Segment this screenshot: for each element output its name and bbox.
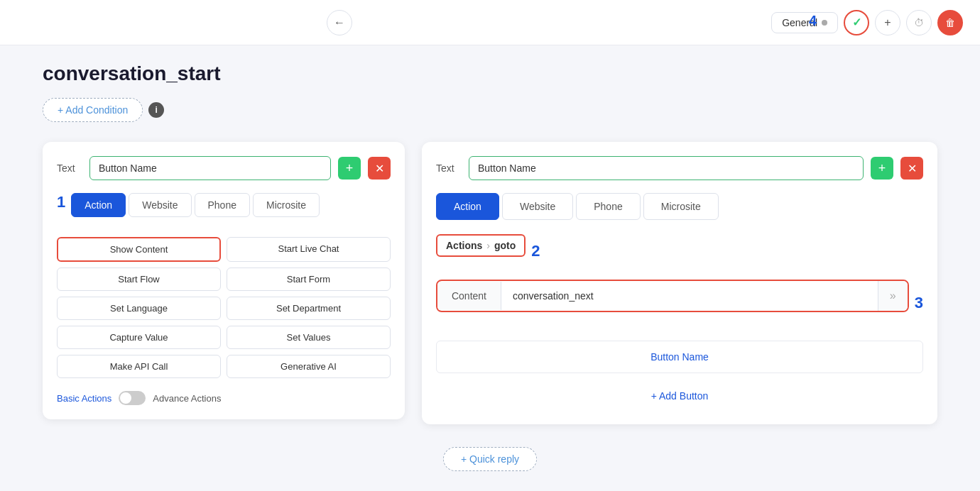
top-bar: ← General ✓ + ⏱ 🗑 4 (0, 0, 980, 45)
action-start-live-chat[interactable]: Start Live Chat (227, 237, 391, 262)
left-tab-phone[interactable]: Phone (195, 193, 250, 217)
quick-reply-label: + Quick reply (461, 453, 519, 465)
action-set-department[interactable]: Set Department (227, 297, 391, 320)
quick-reply-button[interactable]: + Quick reply (443, 447, 537, 471)
left-delete-button[interactable]: ✕ (368, 157, 391, 180)
button-name-bar: Button Name (436, 341, 923, 373)
general-badge: General (771, 12, 838, 33)
right-tab-row: Action Website Phone Microsite (436, 193, 923, 220)
content-input[interactable] (501, 282, 878, 310)
delete-button[interactable]: 🗑 (937, 10, 963, 35)
action-make-api-call[interactable]: Make API Call (57, 355, 221, 378)
history-button[interactable]: ⏱ (906, 10, 932, 35)
delete-icon: 🗑 (945, 17, 955, 28)
left-tab-microsite[interactable]: Microsite (253, 193, 320, 217)
plus-icon: + (884, 16, 891, 29)
chevron-right-button[interactable]: » (878, 281, 908, 311)
content-row: Content » (436, 280, 909, 312)
clock-icon: ⏱ (914, 17, 924, 28)
general-dot (822, 20, 827, 26)
action-capture-value[interactable]: Capture Value (57, 326, 221, 349)
breadcrumb-separator: › (486, 240, 490, 251)
annotation-3: 3 (915, 294, 923, 312)
right-tab-phone[interactable]: Phone (576, 193, 640, 220)
right-panel: Text + ✕ Action Website Phone (422, 142, 937, 424)
chevron-right-icon: » (890, 289, 896, 302)
add-button-label: + Add Button (651, 390, 709, 402)
annotation-4-badge: 4 (809, 13, 817, 29)
header-right: General ✓ + ⏱ 🗑 4 (771, 10, 963, 35)
add-version-button[interactable]: + (875, 10, 900, 35)
add-button-bar[interactable]: + Add Button (436, 382, 923, 410)
basic-actions-label: Basic Actions (57, 393, 111, 404)
back-button[interactable]: ← (327, 10, 352, 35)
info-icon-button[interactable]: i (148, 102, 164, 118)
right-button-name-input[interactable] (469, 156, 864, 180)
left-tab-row: Action Website Phone Microsite (71, 193, 320, 217)
action-start-form[interactable]: Start Form (227, 267, 391, 291)
right-tab-action[interactable]: Action (436, 193, 499, 220)
left-tab-action[interactable]: Action (71, 193, 126, 217)
annotation-1: 1 (57, 193, 65, 211)
action-generative-ai[interactable]: Generative AI (227, 355, 391, 378)
left-tab-section: 1 Action Website Phone Microsite (57, 193, 391, 228)
breadcrumb-goto: goto (494, 240, 516, 251)
toggle-row: Basic Actions Advance Actions (57, 391, 391, 405)
right-tab-website[interactable]: Website (502, 193, 573, 220)
left-text-label: Text (57, 162, 82, 174)
page-title: conversation_start (43, 62, 937, 85)
left-panel: Text + ✕ 1 Action Website (43, 142, 405, 419)
left-button-name-input[interactable] (89, 156, 331, 180)
action-set-language[interactable]: Set Language (57, 297, 221, 320)
content-wrapper: Content » 3 (436, 280, 923, 326)
add-condition-button[interactable]: + Add Condition (43, 98, 143, 122)
right-text-label: Text (436, 162, 462, 174)
actions-toggle[interactable] (119, 391, 146, 405)
breadcrumb-wrapper: Actions › goto 2 (436, 234, 923, 268)
action-grid: Show Content Start Live Chat Start Flow … (57, 237, 391, 378)
right-add-button[interactable]: + (871, 157, 893, 180)
annotation-2: 2 (531, 242, 540, 260)
left-tab-website[interactable]: Website (129, 193, 191, 217)
bottom-bar: + Quick reply (43, 436, 937, 471)
breadcrumb-actions: Actions (446, 240, 482, 251)
save-icon: ✓ (852, 16, 861, 29)
right-input-row: Text + ✕ (436, 156, 923, 180)
action-set-values[interactable]: Set Values (227, 326, 391, 349)
action-show-content[interactable]: Show Content (57, 237, 221, 262)
main-content: conversation_start + Add Condition i Tex… (0, 45, 980, 488)
breadcrumb: Actions › goto (436, 234, 526, 257)
right-tab-microsite[interactable]: Microsite (643, 193, 719, 220)
content-label: Content (437, 282, 501, 310)
right-delete-button[interactable]: ✕ (900, 157, 923, 180)
back-icon: ← (334, 16, 345, 29)
add-condition-label: + Add Condition (58, 104, 128, 116)
action-start-flow[interactable]: Start Flow (57, 267, 221, 291)
save-button[interactable]: ✓ (844, 10, 869, 35)
panels-row: Text + ✕ 1 Action Website (43, 142, 937, 424)
advance-actions-label: Advance Actions (153, 393, 221, 404)
button-name-text: Button Name (650, 351, 709, 363)
left-add-button[interactable]: + (338, 157, 361, 180)
left-input-row: Text + ✕ (57, 156, 391, 180)
